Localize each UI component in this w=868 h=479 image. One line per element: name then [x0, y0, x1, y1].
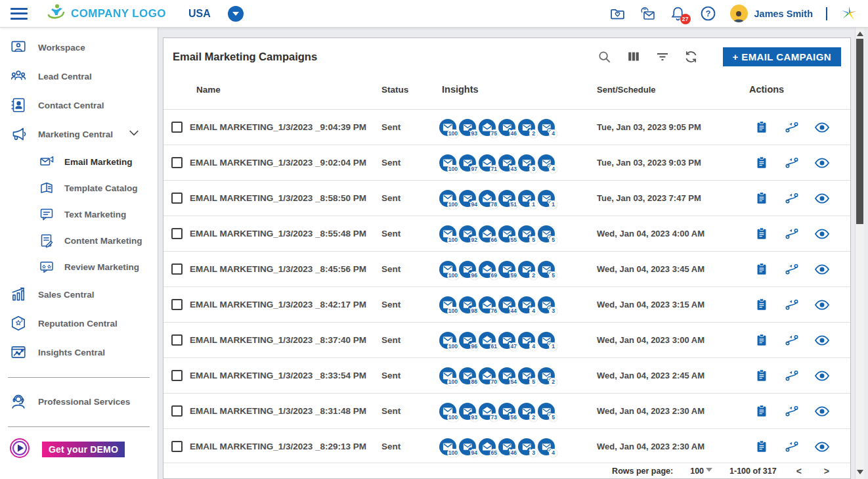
sidebar-item-reputation-central[interactable]: Reputation Central	[0, 309, 158, 338]
sidebar-item-review-marketing[interactable]: Review Marketing	[0, 254, 158, 280]
abtest-action-icon[interactable]	[783, 225, 800, 242]
insight-unsubscribed-icon[interactable]: 2	[538, 367, 555, 384]
preview-action-icon[interactable]	[814, 438, 831, 455]
insight-bounced-icon[interactable]: 2	[518, 119, 535, 136]
row-checkbox[interactable]	[171, 405, 183, 417]
insight-bounced-icon[interactable]: 1	[518, 190, 535, 207]
report-action-icon[interactable]	[753, 119, 770, 136]
help-icon[interactable]: ?	[700, 5, 717, 22]
row-checkbox[interactable]	[171, 441, 183, 452]
row-checkbox[interactable]	[171, 193, 183, 204]
insight-clicked-icon[interactable]: 46	[498, 119, 515, 136]
row-checkbox[interactable]	[171, 299, 183, 310]
insight-opened-icon[interactable]: 70	[479, 367, 496, 384]
insight-bounced-icon[interactable]: 5	[518, 367, 535, 384]
preview-action-icon[interactable]	[814, 403, 831, 420]
insight-clicked-icon[interactable]: 56	[498, 403, 515, 420]
abtest-action-icon[interactable]	[783, 261, 800, 278]
deals-folder-icon[interactable]	[609, 5, 626, 22]
row-checkbox[interactable]	[171, 228, 183, 239]
insight-unsubscribed-icon[interactable]: 3	[538, 296, 555, 313]
report-action-icon[interactable]	[753, 332, 770, 349]
insight-sent-icon[interactable]: 100	[439, 403, 456, 420]
sidebar-item-workspace[interactable]: Workspace	[0, 33, 158, 62]
insight-delivered-icon[interactable]: 96	[459, 332, 476, 349]
insight-sent-icon[interactable]: 100	[439, 332, 456, 349]
preview-action-icon[interactable]	[814, 367, 831, 384]
preview-action-icon[interactable]	[814, 190, 831, 207]
insight-delivered-icon[interactable]: 98	[459, 296, 476, 313]
search-icon[interactable]	[597, 49, 613, 64]
sidebar-item-content-marketing[interactable]: Content Marketing	[0, 227, 158, 254]
demo-play-icon[interactable]	[9, 438, 30, 461]
abtest-action-icon[interactable]	[783, 403, 800, 420]
report-action-icon[interactable]	[753, 225, 770, 242]
insight-bounced-icon[interactable]: 2	[518, 403, 535, 420]
sidebar-item-professional-services[interactable]: Professional Services	[0, 387, 158, 416]
sidebar-item-email-marketing[interactable]: Email Marketing	[0, 148, 158, 175]
insight-opened-icon[interactable]: 78	[479, 190, 496, 207]
sidebar-item-insights-central[interactable]: Insights Central	[0, 338, 158, 367]
next-page-button[interactable]: >	[821, 466, 832, 476]
insight-delivered-icon[interactable]: 96	[459, 261, 476, 278]
report-action-icon[interactable]	[753, 438, 770, 455]
row-checkbox[interactable]	[171, 263, 183, 275]
preview-action-icon[interactable]	[814, 296, 831, 313]
insight-bounced-icon[interactable]: 4	[518, 296, 535, 313]
hamburger-menu-icon[interactable]	[11, 8, 28, 20]
report-action-icon[interactable]	[753, 190, 770, 207]
vertical-scrollbar[interactable]	[855, 28, 864, 479]
rows-per-page-select[interactable]: 100	[690, 467, 712, 476]
insight-clicked-icon[interactable]: 51	[498, 190, 515, 207]
preview-action-icon[interactable]	[814, 119, 831, 136]
row-checkbox[interactable]	[171, 334, 183, 346]
country-dropdown-button[interactable]	[228, 6, 244, 22]
chevron-down-icon[interactable]	[127, 126, 141, 142]
new-email-campaign-button[interactable]: + EMAIL CAMPAIGN	[723, 47, 841, 66]
scroll-down-arrow-icon[interactable]	[856, 467, 864, 476]
filter-icon[interactable]	[655, 49, 670, 64]
prev-page-button[interactable]: <	[794, 466, 804, 476]
insight-unsubscribed-icon[interactable]: 5	[538, 403, 555, 420]
insight-sent-icon[interactable]: 100	[439, 296, 456, 313]
insight-delivered-icon[interactable]: 92	[459, 225, 476, 242]
insight-unsubscribed-icon[interactable]: 1	[538, 190, 555, 207]
insight-clicked-icon[interactable]: 55	[498, 225, 515, 242]
insight-unsubscribed-icon[interactable]: 4	[538, 119, 555, 136]
insight-delivered-icon[interactable]: 97	[459, 154, 476, 171]
insight-sent-icon[interactable]: 100	[439, 438, 456, 455]
insight-opened-icon[interactable]: 71	[479, 154, 496, 171]
insight-clicked-icon[interactable]: 46	[498, 438, 515, 455]
insight-unsubscribed-icon[interactable]: 1	[538, 332, 555, 349]
insight-sent-icon[interactable]: 100	[439, 190, 456, 207]
row-checkbox[interactable]	[171, 157, 183, 168]
insight-unsubscribed-icon[interactable]: 5	[538, 261, 555, 278]
insight-opened-icon[interactable]: 61	[479, 332, 496, 349]
notifications-bell-icon[interactable]: 27	[670, 5, 687, 22]
insight-delivered-icon[interactable]: 94	[459, 190, 476, 207]
user-name[interactable]: James Smith	[754, 9, 813, 19]
insight-bounced-icon[interactable]: 3	[518, 154, 535, 171]
preview-action-icon[interactable]	[814, 225, 831, 242]
abtest-action-icon[interactable]	[783, 190, 800, 207]
sidebar-item-template-catalog[interactable]: Template Catalog	[0, 175, 158, 201]
insight-bounced-icon[interactable]: 5	[518, 225, 535, 242]
preview-action-icon[interactable]	[814, 261, 831, 278]
insight-sent-icon[interactable]: 100	[439, 119, 456, 136]
insight-clicked-icon[interactable]: 54	[498, 367, 515, 384]
sidebar-item-marketing-central[interactable]: Marketing Central	[0, 120, 158, 148]
abtest-action-icon[interactable]	[783, 367, 800, 384]
insight-opened-icon[interactable]: 65	[479, 438, 496, 455]
insight-unsubscribed-icon[interactable]: 4	[538, 438, 555, 455]
insight-unsubscribed-icon[interactable]: 5	[538, 225, 555, 242]
columns-icon[interactable]	[626, 49, 641, 64]
insight-bounced-icon[interactable]: 2	[518, 261, 535, 278]
insight-sent-icon[interactable]: 100	[439, 367, 456, 384]
insight-opened-icon[interactable]: 69	[479, 261, 496, 278]
insight-opened-icon[interactable]: 76	[479, 296, 496, 313]
report-action-icon[interactable]	[753, 403, 770, 420]
abtest-action-icon[interactable]	[783, 119, 800, 136]
insight-sent-icon[interactable]: 100	[439, 261, 456, 278]
report-action-icon[interactable]	[753, 367, 770, 384]
scrollbar-thumb[interactable]	[856, 39, 863, 224]
